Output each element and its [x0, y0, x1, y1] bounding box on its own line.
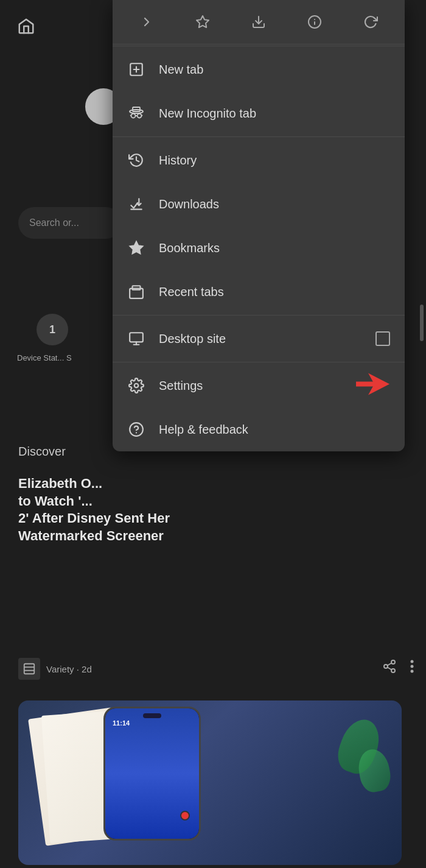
more-options-icon[interactable]: [410, 659, 414, 674]
menu-item-help[interactable]: Help & feedback: [113, 408, 405, 451]
svg-rect-36: [356, 382, 375, 387]
menu-toolbar: [113, 0, 405, 44]
share-icon[interactable]: [382, 659, 397, 674]
svg-line-6: [388, 668, 392, 670]
menu-item-incognito-label: New Incognito tab: [159, 107, 390, 121]
incognito-icon: [127, 104, 145, 122]
menu-item-recent-tabs[interactable]: Recent tabs: [113, 270, 405, 314]
article-title: Elizabeth O...to Watch '...2' After Disn…: [18, 475, 286, 545]
svg-point-22: [138, 114, 142, 118]
svg-point-8: [411, 660, 414, 663]
menu-item-settings-label: Settings: [159, 379, 390, 393]
settings-arrow-indicator: [356, 371, 399, 401]
menu-item-history-label: History: [159, 153, 390, 168]
info-button[interactable]: [301, 9, 328, 35]
bottom-image-card: 11:14: [18, 700, 402, 865]
help-icon: [127, 420, 145, 439]
new-tab-icon: [127, 60, 145, 79]
menu-item-new-tab[interactable]: New tab: [113, 48, 405, 91]
menu-item-incognito[interactable]: New Incognito tab: [113, 91, 405, 135]
divider-3: [113, 315, 405, 316]
svg-marker-11: [197, 16, 209, 27]
svg-point-34: [134, 384, 139, 388]
phone-image: 11:14: [103, 707, 201, 841]
menu-item-new-tab-label: New tab: [159, 63, 390, 77]
scrollbar[interactable]: [420, 305, 424, 341]
refresh-button[interactable]: [357, 9, 384, 35]
dropdown-menu: New tab New Incognito tab: [113, 0, 405, 451]
download-button[interactable]: [245, 9, 272, 35]
tab-count-number: 1: [49, 323, 55, 336]
svg-line-7: [388, 663, 392, 666]
recent-tabs-icon: [127, 283, 145, 301]
divider-1: [113, 46, 405, 46]
desktop-site-checkbox[interactable]: [375, 331, 390, 346]
svg-rect-0: [24, 664, 35, 674]
menu-item-desktop-site[interactable]: Desktop site: [113, 317, 405, 361]
search-bar[interactable]: Search or...: [18, 207, 122, 239]
tab-count-badge[interactable]: 1: [37, 314, 68, 345]
menu-item-history[interactable]: History: [113, 138, 405, 182]
discover-heading: Discover: [18, 445, 66, 459]
menu-item-downloads[interactable]: Downloads: [113, 182, 405, 226]
menu-item-bookmarks-label: Bookmarks: [159, 241, 390, 255]
article-meta: Variety · 2d: [18, 658, 92, 680]
history-icon: [127, 151, 145, 169]
bookmarks-icon: [127, 239, 145, 257]
bookmark-button[interactable]: [189, 9, 216, 35]
search-text: Search or...: [29, 217, 79, 228]
menu-item-help-label: Help & feedback: [159, 423, 390, 437]
svg-line-24: [130, 115, 131, 116]
svg-line-25: [142, 115, 143, 116]
menu-item-bookmarks[interactable]: Bookmarks: [113, 226, 405, 270]
menu-item-recent-tabs-label: Recent tabs: [159, 285, 390, 299]
article-card[interactable]: Elizabeth O...to Watch '...2' After Disn…: [18, 475, 286, 545]
svg-point-10: [411, 670, 414, 673]
menu-item-settings[interactable]: Settings: [113, 364, 405, 408]
svg-point-21: [131, 114, 136, 118]
divider-2: [113, 136, 405, 137]
divider-4: [113, 362, 405, 362]
forward-button[interactable]: [133, 9, 160, 35]
menu-item-desktop-site-label: Desktop site: [159, 332, 362, 346]
article-source: Variety · 2d: [46, 664, 92, 674]
article-actions: [382, 659, 414, 674]
svg-marker-28: [130, 241, 143, 254]
svg-point-9: [411, 665, 414, 668]
svg-rect-31: [130, 333, 143, 342]
menu-item-downloads-label: Downloads: [159, 197, 390, 211]
device-stat-label: Device Stat... S: [17, 353, 72, 362]
source-icon: [18, 658, 40, 680]
downloads-icon: [127, 195, 145, 213]
settings-icon: [127, 376, 145, 395]
home-button[interactable]: [11, 11, 41, 41]
desktop-site-icon: [127, 330, 145, 348]
